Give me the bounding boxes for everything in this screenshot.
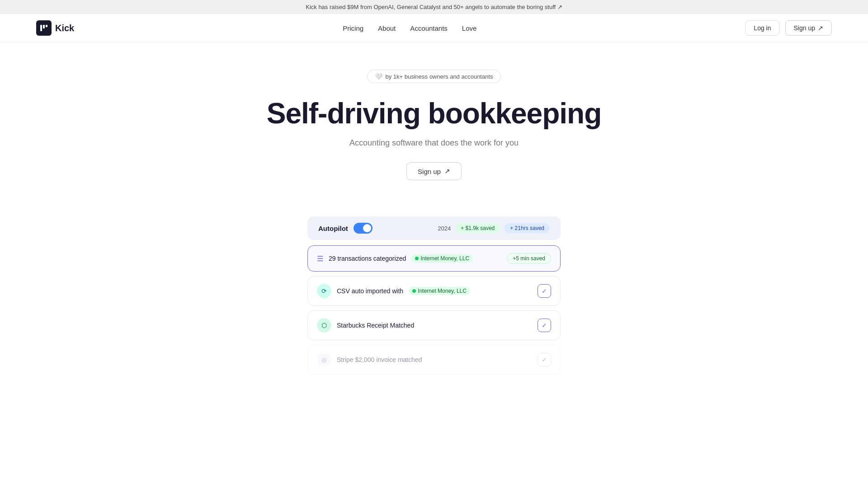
card-transactions: ☰ 29 transactions categorized Internet M…	[307, 245, 561, 272]
card-stripe: ◎ Stripe $2,000 invoice matched ✓	[307, 345, 561, 375]
stripe-icon: ◎	[317, 352, 331, 367]
login-button[interactable]: Log in	[745, 20, 779, 36]
card-starbucks: ⬡ Starbucks Receipt Matched ✓	[307, 310, 561, 340]
banner-arrow: ↗	[557, 4, 562, 10]
main-nav: Pricing About Accountants Love	[343, 24, 476, 32]
company-badge-csv: Internet Money, LLC	[409, 287, 470, 295]
card-starbucks-text: Starbucks Receipt Matched	[337, 322, 414, 329]
logo-icon	[36, 20, 52, 36]
nav-pricing[interactable]: Pricing	[343, 24, 363, 32]
hero-cta-label: Sign up	[418, 168, 441, 175]
hero-cta-button[interactable]: Sign up ↗	[406, 162, 462, 180]
hero-section: 🤍 by 1k+ business owners and accountants…	[0, 42, 868, 198]
card-stripe-left: ◎ Stripe $2,000 invoice matched	[317, 352, 422, 367]
autopilot-row: Autopilot 2024 + $1.9k saved + 21hrs sav…	[307, 216, 561, 240]
love-badge: 🤍 by 1k+ business owners and accountants	[367, 70, 500, 83]
card-starbucks-left: ⬡ Starbucks Receipt Matched	[317, 318, 414, 333]
hero-subtitle: Accounting software that does the work f…	[349, 138, 519, 148]
company-badge-text-csv: Internet Money, LLC	[418, 288, 467, 294]
hero-title: Self-driving bookkeeping	[267, 98, 602, 129]
logo-text: Kick	[55, 23, 74, 33]
csv-icon: ⟳	[317, 284, 331, 298]
card-csv: ⟳ CSV auto imported with Internet Money,…	[307, 276, 561, 306]
nav-about[interactable]: About	[378, 24, 396, 32]
card-stripe-text: Stripe $2,000 invoice matched	[337, 356, 422, 363]
svg-rect-0	[40, 25, 42, 31]
autopilot-label: Autopilot	[318, 225, 348, 232]
header-actions: Log in Sign up ↗	[745, 20, 832, 36]
check-icon-csv: ✓	[538, 284, 551, 298]
autopilot-toggle[interactable]	[354, 223, 373, 234]
check-icon-stripe: ✓	[538, 353, 551, 366]
card-csv-left: ⟳ CSV auto imported with Internet Money,…	[317, 284, 470, 298]
banner-text: Kick has raised $9M from OpenAI, General…	[306, 4, 556, 10]
hero-cta-icon: ↗	[444, 167, 450, 175]
autopilot-right: 2024 + $1.9k saved + 21hrs saved	[438, 223, 550, 233]
autopilot-time-badge: + 21hrs saved	[505, 223, 550, 233]
autopilot-left: Autopilot	[318, 223, 373, 234]
autopilot-year: 2024	[438, 225, 451, 232]
signup-button-header[interactable]: Sign up ↗	[785, 20, 832, 36]
svg-rect-2	[46, 25, 47, 27]
company-badge-transactions: Internet Money, LLC	[411, 254, 473, 263]
company-badge-text-transactions: Internet Money, LLC	[420, 255, 469, 262]
starbucks-icon: ⬡	[317, 318, 331, 333]
love-badge-text: by 1k+ business owners and accountants	[385, 73, 493, 80]
check-icon-starbucks: ✓	[538, 319, 551, 332]
list-icon: ☰	[317, 254, 323, 263]
min-saved-badge: +5 min saved	[507, 253, 551, 264]
company-badge-dot-csv	[412, 289, 416, 293]
svg-rect-1	[43, 25, 45, 28]
card-transactions-left: ☰ 29 transactions categorized Internet M…	[317, 254, 473, 263]
signup-arrow-icon: ↗	[818, 24, 823, 32]
autopilot-money-badge: + $1.9k saved	[455, 223, 500, 233]
top-banner: Kick has raised $9M from OpenAI, General…	[0, 0, 868, 14]
logo[interactable]: Kick	[36, 20, 74, 36]
company-badge-dot	[415, 257, 419, 260]
dashboard-demo: Autopilot 2024 + $1.9k saved + 21hrs sav…	[298, 216, 570, 375]
nav-love[interactable]: Love	[462, 24, 477, 32]
heart-icon: 🤍	[375, 73, 382, 80]
card-transactions-text: 29 transactions categorized	[329, 255, 406, 262]
header: Kick Pricing About Accountants Love Log …	[0, 14, 868, 42]
nav-accountants[interactable]: Accountants	[410, 24, 448, 32]
card-csv-text: CSV auto imported with	[337, 287, 403, 295]
signup-label: Sign up	[794, 24, 815, 32]
